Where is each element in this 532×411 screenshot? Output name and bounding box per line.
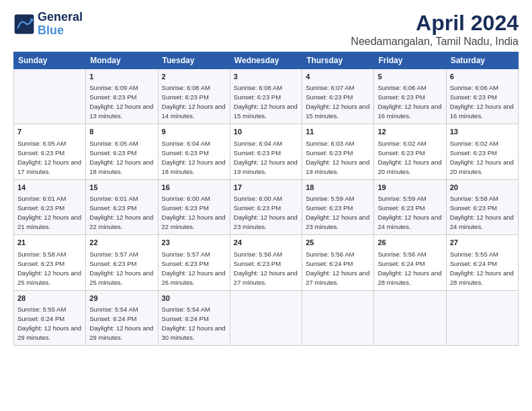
- calendar-cell: [302, 290, 374, 345]
- week-row-3: 21Sunrise: 5:58 AMSunset: 6:23 PMDayligh…: [14, 235, 519, 290]
- day-info: Sunrise: 5:57 AMSunset: 6:23 PMDaylight:…: [89, 250, 153, 286]
- day-info: Sunrise: 5:54 AMSunset: 6:24 PMDaylight:…: [162, 306, 226, 341]
- day-number: 23: [162, 238, 226, 248]
- day-info: Sunrise: 5:57 AMSunset: 6:23 PMDaylight:…: [162, 250, 226, 286]
- header-cell-thursday: Thursday: [302, 52, 374, 69]
- day-number: 20: [450, 183, 515, 193]
- week-row-4: 28Sunrise: 5:55 AMSunset: 6:24 PMDayligh…: [14, 290, 519, 345]
- day-number: 30: [162, 293, 226, 304]
- header-cell-wednesday: Wednesday: [230, 52, 302, 69]
- header-cell-sunday: Sunday: [14, 52, 86, 69]
- calendar-cell: 2Sunrise: 6:08 AMSunset: 6:23 PMDaylight…: [158, 69, 230, 124]
- calendar-cell: 6Sunrise: 6:06 AMSunset: 6:23 PMDaylight…: [446, 69, 518, 124]
- header-cell-monday: Monday: [86, 52, 158, 69]
- calendar-cell: [230, 290, 302, 345]
- day-number: 3: [234, 72, 298, 82]
- calendar-cell: 3Sunrise: 6:08 AMSunset: 6:23 PMDaylight…: [230, 69, 302, 124]
- day-number: 26: [378, 238, 442, 248]
- day-info: Sunrise: 6:02 AMSunset: 6:23 PMDaylight:…: [450, 140, 514, 175]
- day-number: 17: [234, 183, 298, 193]
- day-number: 9: [162, 127, 226, 137]
- calendar-cell: 23Sunrise: 5:57 AMSunset: 6:23 PMDayligh…: [158, 235, 230, 290]
- calendar-cell: 17Sunrise: 6:00 AMSunset: 6:23 PMDayligh…: [230, 179, 302, 234]
- day-info: Sunrise: 5:59 AMSunset: 6:23 PMDaylight:…: [378, 195, 441, 230]
- day-info: Sunrise: 6:05 AMSunset: 6:23 PMDaylight:…: [17, 140, 81, 175]
- calendar-table: SundayMondayTuesdayWednesdayThursdayFrid…: [13, 52, 519, 346]
- day-info: Sunrise: 6:04 AMSunset: 6:23 PMDaylight:…: [234, 140, 298, 175]
- day-info: Sunrise: 6:09 AMSunset: 6:23 PMDaylight:…: [89, 84, 153, 120]
- day-info: Sunrise: 6:00 AMSunset: 6:23 PMDaylight:…: [234, 195, 298, 230]
- calendar-cell: 27Sunrise: 5:55 AMSunset: 6:24 PMDayligh…: [446, 235, 518, 290]
- week-row-1: 7Sunrise: 6:05 AMSunset: 6:23 PMDaylight…: [14, 124, 519, 179]
- calendar-cell: 18Sunrise: 5:59 AMSunset: 6:23 PMDayligh…: [302, 179, 374, 234]
- day-info: Sunrise: 6:01 AMSunset: 6:23 PMDaylight:…: [89, 195, 153, 230]
- day-number: 25: [306, 238, 370, 248]
- day-number: 2: [162, 72, 226, 82]
- calendar-cell: 9Sunrise: 6:04 AMSunset: 6:23 PMDaylight…: [158, 124, 230, 179]
- page: General Blue April 2024 Needamangalan, T…: [0, 0, 532, 411]
- day-info: Sunrise: 5:56 AMSunset: 6:23 PMDaylight:…: [234, 250, 298, 286]
- day-info: Sunrise: 6:02 AMSunset: 6:23 PMDaylight:…: [378, 140, 441, 175]
- calendar-cell: 16Sunrise: 6:00 AMSunset: 6:23 PMDayligh…: [158, 179, 230, 234]
- day-number: 16: [162, 183, 226, 193]
- calendar-cell: [14, 69, 86, 124]
- day-info: Sunrise: 6:04 AMSunset: 6:23 PMDaylight:…: [162, 140, 226, 175]
- day-info: Sunrise: 5:56 AMSunset: 6:24 PMDaylight:…: [378, 250, 441, 286]
- calendar-cell: 22Sunrise: 5:57 AMSunset: 6:23 PMDayligh…: [86, 235, 158, 290]
- svg-point-1: [30, 18, 34, 21]
- day-number: 21: [17, 238, 82, 248]
- day-number: 12: [378, 127, 442, 137]
- header-row: SundayMondayTuesdayWednesdayThursdayFrid…: [14, 52, 519, 69]
- logo-text: General Blue: [38, 11, 83, 38]
- calendar-cell: 20Sunrise: 5:58 AMSunset: 6:23 PMDayligh…: [446, 179, 518, 234]
- calendar-cell: 10Sunrise: 6:04 AMSunset: 6:23 PMDayligh…: [230, 124, 302, 179]
- day-info: Sunrise: 6:06 AMSunset: 6:23 PMDaylight:…: [378, 84, 441, 120]
- day-info: Sunrise: 5:55 AMSunset: 6:24 PMDaylight:…: [450, 250, 514, 286]
- header-cell-friday: Friday: [374, 52, 446, 69]
- day-number: 6: [450, 72, 515, 82]
- day-number: 22: [89, 238, 154, 248]
- calendar-cell: 25Sunrise: 5:56 AMSunset: 6:24 PMDayligh…: [302, 235, 374, 290]
- day-number: 10: [234, 127, 298, 137]
- day-info: Sunrise: 6:07 AMSunset: 6:23 PMDaylight:…: [306, 84, 369, 120]
- day-number: 24: [234, 238, 298, 248]
- day-number: 15: [89, 183, 154, 193]
- calendar-cell: 1Sunrise: 6:09 AMSunset: 6:23 PMDaylight…: [86, 69, 158, 124]
- calendar-cell: [374, 290, 446, 345]
- calendar-cell: 19Sunrise: 5:59 AMSunset: 6:23 PMDayligh…: [374, 179, 446, 234]
- day-info: Sunrise: 6:03 AMSunset: 6:23 PMDaylight:…: [306, 140, 369, 175]
- calendar-cell: 13Sunrise: 6:02 AMSunset: 6:23 PMDayligh…: [446, 124, 518, 179]
- day-info: Sunrise: 5:54 AMSunset: 6:24 PMDaylight:…: [89, 306, 153, 341]
- day-number: 5: [378, 72, 442, 82]
- main-title: April 2024: [351, 11, 519, 36]
- header-cell-saturday: Saturday: [446, 52, 518, 69]
- day-number: 29: [89, 293, 154, 304]
- week-row-0: 1Sunrise: 6:09 AMSunset: 6:23 PMDaylight…: [14, 69, 519, 124]
- day-number: 28: [17, 293, 82, 304]
- day-info: Sunrise: 6:01 AMSunset: 6:23 PMDaylight:…: [17, 195, 81, 230]
- svg-rect-0: [15, 14, 34, 34]
- subtitle: Needamangalan, Tamil Nadu, India: [351, 36, 519, 48]
- day-info: Sunrise: 5:59 AMSunset: 6:23 PMDaylight:…: [306, 195, 369, 230]
- day-number: 18: [306, 183, 370, 193]
- calendar-cell: 5Sunrise: 6:06 AMSunset: 6:23 PMDaylight…: [374, 69, 446, 124]
- calendar-cell: 11Sunrise: 6:03 AMSunset: 6:23 PMDayligh…: [302, 124, 374, 179]
- calendar-cell: 26Sunrise: 5:56 AMSunset: 6:24 PMDayligh…: [374, 235, 446, 290]
- day-number: 4: [306, 72, 370, 82]
- day-number: 8: [89, 127, 154, 137]
- day-number: 7: [17, 127, 82, 137]
- calendar-cell: 15Sunrise: 6:01 AMSunset: 6:23 PMDayligh…: [86, 179, 158, 234]
- day-number: 1: [89, 72, 154, 82]
- calendar-cell: 7Sunrise: 6:05 AMSunset: 6:23 PMDaylight…: [14, 124, 86, 179]
- day-number: 11: [306, 127, 370, 137]
- day-info: Sunrise: 5:56 AMSunset: 6:24 PMDaylight:…: [306, 250, 369, 286]
- calendar-cell: 24Sunrise: 5:56 AMSunset: 6:23 PMDayligh…: [230, 235, 302, 290]
- day-info: Sunrise: 6:05 AMSunset: 6:23 PMDaylight:…: [89, 140, 153, 175]
- calendar-cell: 29Sunrise: 5:54 AMSunset: 6:24 PMDayligh…: [86, 290, 158, 345]
- logo-icon: [13, 13, 35, 35]
- day-info: Sunrise: 5:58 AMSunset: 6:23 PMDaylight:…: [450, 195, 514, 230]
- calendar-cell: 12Sunrise: 6:02 AMSunset: 6:23 PMDayligh…: [374, 124, 446, 179]
- title-block: April 2024 Needamangalan, Tamil Nadu, In…: [351, 11, 519, 48]
- header: General Blue April 2024 Needamangalan, T…: [13, 11, 519, 48]
- calendar-cell: 4Sunrise: 6:07 AMSunset: 6:23 PMDaylight…: [302, 69, 374, 124]
